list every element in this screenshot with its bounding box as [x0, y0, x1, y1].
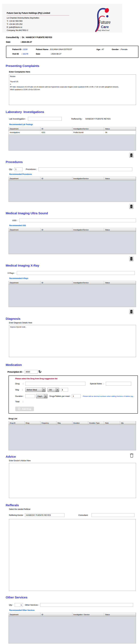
company-info: Future Care by Future Holdings (Pty) Lim…: [7, 12, 69, 32]
svg-text:↻: ↻: [131, 311, 132, 312]
column-header: Drug: [24, 421, 40, 425]
consultant-label: Consultant: [78, 514, 88, 516]
other-qty-input[interactable]: [15, 603, 23, 607]
visit-id: Visit ID : 15179: [12, 53, 36, 55]
add-drug-button[interactable]: + Add Drug: [15, 406, 34, 411]
lab-delete-button[interactable]: ↻: [129, 153, 134, 158]
complaints-label: Enter Complaints Here: [9, 71, 139, 73]
complaints-textarea[interactable]: Review Thyroid US # RT lobe- meausure of…: [9, 74, 136, 105]
patient-gender: Gender : Female: [112, 48, 136, 50]
referred-by-value: HANECKY FUENTE REYES: [85, 118, 110, 120]
referral-list-box[interactable]: [9, 519, 136, 591]
chevron-down-icon: ▼: [44, 394, 48, 398]
consulted-by-label: Consulted By : Dr.: [6, 36, 26, 38]
duration-unit-select[interactable]: Day/s▼: [36, 394, 48, 398]
advice-textarea[interactable]: [9, 463, 136, 498]
xray-input[interactable]: [17, 271, 135, 275]
lab-table: DepartmentIDInvestigation/ServiceStatusI…: [8, 127, 136, 150]
section-title-diagnosis: Diagnosis: [6, 317, 139, 320]
visit-date: Date: 2024-08-27: [36, 53, 96, 55]
medication-form-box: Please select the Drug from Drug suggess…: [8, 376, 138, 414]
uss-label: USS :: [12, 219, 17, 222]
company-phone1: T: +24 82 593 593: [7, 20, 69, 23]
consult-date-line: Date: 2024-08-27: [6, 41, 139, 43]
date-value: : 2024-08-27: [20, 41, 32, 43]
xray-label: X-Rays :: [8, 272, 15, 274]
column-header: Way: [56, 421, 72, 425]
recommended-procedures-link[interactable]: Recommended Procedures: [9, 173, 139, 175]
other-services-input[interactable]: [40, 603, 133, 607]
section-title-laboratory: Laboratory Investigations: [6, 110, 139, 114]
recommended-lab-testings-link[interactable]: Recommended Lab Testings: [9, 124, 139, 126]
procedures-qty-input[interactable]: [14, 167, 22, 171]
svg-text:Body Mind Soul: Body Mind Soul: [97, 29, 110, 32]
advice-delete-button[interactable]: [129, 453, 134, 458]
svg-text:♥: ♥: [104, 26, 105, 28]
column-header: Status: [104, 228, 136, 232]
other-qty-label: Qty :: [9, 604, 13, 606]
special-notes-input[interactable]: [106, 382, 131, 386]
consulted-by-line: Consulted By : Dr. HANECKY FUENTE REYES: [6, 36, 139, 38]
per-meal-input[interactable]: [72, 394, 81, 398]
svg-text:Future: Future: [98, 20, 110, 25]
total-label: Total :: [15, 400, 23, 403]
section-title-advice: Advice: [6, 455, 16, 458]
company-number: Company No.8417652-2: [7, 29, 69, 32]
consultant-input[interactable]: [92, 513, 134, 517]
patient-info-box: Patient ID : 1219 Patient Name : JULIANA…: [6, 46, 138, 58]
svg-text:↻: ↻: [131, 206, 132, 208]
column-header: Investigation/Service: [72, 281, 104, 284]
trash-icon: ↻: [130, 310, 133, 314]
advice-label: Enter Doctor's Advice Here: [9, 460, 139, 462]
meal-select[interactable]: Before Meal▼: [25, 388, 46, 392]
decimal-note: Please add as decimal numbers when addin…: [83, 395, 134, 397]
way-label: Way :: [15, 389, 23, 391]
uss-input[interactable]: [19, 218, 136, 222]
column-header: Status: [104, 281, 136, 284]
diagnosis-textarea[interactable]: Impress thyroid node ,: [9, 325, 136, 357]
section-title-referrals: Refferals: [6, 504, 139, 507]
column-header: Drug ID: [9, 421, 24, 425]
drug-label: Drug :: [15, 382, 23, 385]
uss-table: DepartmentIDInvestigation/ServiceStatus: [8, 228, 136, 254]
table-cell: 6151: [40, 130, 72, 134]
drug-suggestion-alert: Please select the Drug from Drug suggess…: [15, 378, 138, 380]
frequency-qty-input[interactable]: [61, 388, 68, 392]
xray-delete-button[interactable]: ↻: [129, 309, 134, 314]
logo-graphic: Future Care ♥ Body Mind Soul: [91, 7, 114, 32]
table-cell: Investigations: [9, 130, 40, 134]
column-header: Status: [104, 177, 136, 180]
column-header: ID: [40, 281, 72, 284]
column-header: Duration: [72, 421, 88, 425]
recommended-xrays-link[interactable]: Recommended X-Rays: [9, 277, 139, 280]
table-row[interactable]: Investigations6151Profile thyroidOk: [9, 130, 136, 134]
recommended-uss-link[interactable]: Recommended USS: [9, 224, 139, 226]
lab-investigation-input[interactable]: [28, 117, 62, 121]
column-header: Fequency: [40, 421, 56, 425]
procedures-delete-button[interactable]: ↻: [129, 204, 134, 209]
recommended-other-services-link[interactable]: Recommended Other Services: [9, 609, 139, 611]
column-header: Department: [9, 177, 40, 180]
drug-input[interactable]: [25, 382, 85, 386]
frequency-select[interactable]: OD▼: [48, 388, 59, 392]
refresh-icon[interactable]: ↻: [38, 370, 42, 374]
uss-delete-button[interactable]: ↻: [129, 256, 134, 261]
company-phone2: T: +24 84 225 252: [7, 23, 69, 26]
procedures-input[interactable]: [38, 167, 132, 171]
per-meal-label: Drugs/Tablets per meal :: [50, 395, 71, 397]
chevron-down-icon: ▼: [42, 388, 46, 392]
duration-input[interactable]: [25, 394, 35, 398]
referring-doctor-input[interactable]: [25, 513, 64, 517]
column-header: Note: [104, 421, 120, 425]
other-services-label: Other Services :: [25, 604, 39, 606]
prescription-id-input[interactable]: [25, 370, 38, 374]
column-header: Status: [104, 613, 136, 616]
date-label: Date: [6, 41, 20, 43]
chevron-down-icon: ▼: [56, 388, 59, 392]
lab-investigation-label: Lab Investingation :: [9, 118, 26, 120]
company-name: Future Care by Future Holdings (Pty) Lim…: [7, 12, 69, 16]
column-header: ID: [40, 613, 72, 616]
section-title-procedures: Procedures: [6, 160, 139, 164]
column-header: Investigation/Service: [72, 228, 104, 232]
other-services-table: DepartmentIDInvestigation / ServiceStatu…: [8, 613, 136, 644]
